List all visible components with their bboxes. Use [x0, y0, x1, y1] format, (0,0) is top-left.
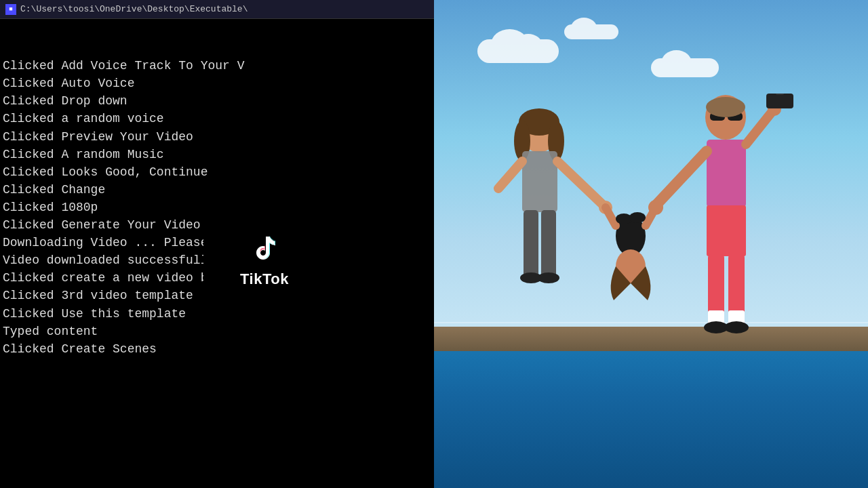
svg-rect-25 — [707, 205, 746, 256]
tiktok-label: TikTok — [240, 270, 289, 288]
cloud-3 — [564, 24, 618, 39]
terminal-title: C:\Users\toosi\OneDrive\Desktop\Executab… — [20, 4, 248, 14]
cloud-1 — [477, 39, 559, 63]
cmd-icon: ■ — [5, 4, 16, 15]
terminal-line: Clicked Add Voice Track To Your V — [3, 57, 431, 75]
terminal-line: Typed content — [3, 323, 431, 340]
terminal-line: Clicked Auto Voice — [3, 75, 431, 92]
svg-point-18 — [629, 212, 646, 223]
terminal-line: Clicked A random Music — [3, 146, 431, 163]
terminal-panel: ■ C:\Users\toosi\OneDrive\Desktop\Execut… — [0, 0, 434, 488]
cloud-2 — [651, 58, 719, 77]
people-illustration — [434, 94, 868, 351]
terminal-line: Clicked Looks Good, Continue — [3, 163, 431, 181]
svg-line-6 — [498, 161, 522, 188]
terminal-line: Clicked a random voice — [3, 110, 431, 127]
photo-scene — [434, 0, 868, 488]
water-background — [434, 332, 868, 488]
svg-point-37 — [724, 321, 749, 333]
svg-rect-9 — [524, 210, 538, 278]
tiktok-logo: TikTok — [240, 227, 289, 288]
terminal-line: Clicked Drop down — [3, 92, 431, 110]
terminal-line: Clicked Preview Your Video — [3, 128, 431, 146]
tiktok-overlay: TikTok — [203, 203, 326, 312]
svg-rect-5 — [522, 151, 557, 212]
svg-rect-24 — [707, 140, 746, 207]
terminal-title-bar: ■ C:\Users\toosi\OneDrive\Desktop\Execut… — [0, 0, 434, 19]
svg-point-27 — [648, 200, 663, 215]
terminal-line: Clicked Change — [3, 181, 431, 199]
svg-line-15 — [606, 207, 616, 226]
photo-panel — [434, 0, 868, 488]
svg-rect-31 — [776, 94, 784, 95]
terminal-line: Clicked Create Scenes — [3, 340, 431, 358]
svg-point-23 — [706, 97, 745, 117]
svg-rect-30 — [766, 94, 793, 108]
svg-point-12 — [538, 272, 559, 283]
svg-line-7 — [557, 161, 604, 205]
svg-rect-10 — [541, 210, 556, 278]
svg-line-28 — [746, 110, 773, 144]
svg-line-26 — [656, 151, 707, 205]
tiktok-icon — [244, 227, 285, 268]
